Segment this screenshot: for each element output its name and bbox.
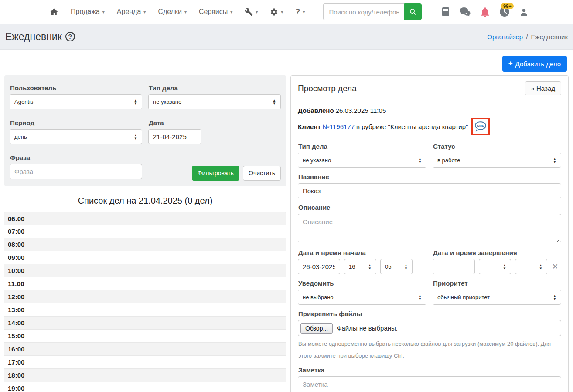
chevron-down-icon: ▾ <box>303 10 305 14</box>
attach-files-label: Прикрепить файлы <box>298 310 561 317</box>
note-textarea[interactable] <box>298 376 561 392</box>
help-icon[interactable]: ? <box>65 32 75 41</box>
history-icon[interactable]: 99+ <box>499 7 510 17</box>
time-row[interactable]: 19:00 <box>4 382 286 392</box>
user-select[interactable]: Agentis ▲▼ <box>10 94 142 109</box>
end-hour-select[interactable]: ▲▼ <box>479 259 511 274</box>
chevron-down-icon: ▾ <box>230 10 232 14</box>
notification-badge: 99+ <box>501 3 514 9</box>
page-header: Ежедневник ? Органайзер / Ежедневник <box>0 24 573 49</box>
search-input[interactable] <box>323 3 404 20</box>
journal-icon[interactable] <box>442 7 450 17</box>
start-minute-select[interactable]: 05 ▲▼ <box>380 259 413 274</box>
end-datetime-label: Дата и время завершения <box>433 249 561 256</box>
name-label: Название <box>298 173 561 181</box>
notify-label: Уведомить <box>298 280 426 287</box>
end-minute-select[interactable]: ▲▼ <box>515 259 547 274</box>
browse-button[interactable]: Обзор... <box>300 323 333 334</box>
period-label: Период <box>10 119 142 126</box>
filter-button[interactable]: Фильтровать <box>192 166 239 181</box>
start-hour-select[interactable]: 16 ▲▼ <box>344 259 376 274</box>
menu-sdelki[interactable]: Сделки ▾ <box>153 4 192 19</box>
menu-label: Сервисы <box>199 8 228 16</box>
chat-icon[interactable] <box>459 7 471 17</box>
files-help-text: Вы можете одновременно выбрать несколько… <box>298 338 561 362</box>
notify-select[interactable]: не выбрано ▲▼ <box>298 290 426 305</box>
period-select[interactable]: день ▲▼ <box>10 129 142 144</box>
time-row[interactable]: 16:00 <box>4 343 286 356</box>
phrase-input[interactable] <box>10 164 142 179</box>
time-row[interactable]: 07:00 <box>4 225 286 238</box>
time-row[interactable]: 11:00 <box>4 277 286 290</box>
svg-text:SMS: SMS <box>478 124 484 127</box>
time-row[interactable]: 18:00 <box>4 369 286 382</box>
task-type-value: не указано <box>303 157 331 164</box>
breadcrumb-current: Ежедневник <box>531 33 568 41</box>
home-icon[interactable] <box>44 4 64 20</box>
add-task-button[interactable]: + Добавить дело <box>502 56 567 72</box>
settings-menu[interactable]: ▾ <box>265 4 288 20</box>
user-select-value: Agentis <box>14 99 33 105</box>
end-date-input[interactable] <box>433 259 475 274</box>
global-search <box>323 3 422 20</box>
bell-icon[interactable] <box>481 7 490 17</box>
menu-arenda[interactable]: Аренда ▾ <box>112 4 151 19</box>
chevron-down-icon: ▾ <box>281 10 283 14</box>
filter-panel: Пользователь Agentis ▲▼ Тип дела не указ… <box>4 75 286 186</box>
tools-menu[interactable]: ▾ <box>239 4 263 20</box>
client-line: Клиент №1196177 в рубрике "Клиенты аренд… <box>298 118 561 135</box>
chevron-down-icon: ▾ <box>256 10 258 14</box>
time-list: 06:0007:0008:0009:0010:0011:0012:0013:00… <box>4 212 286 392</box>
menu-servisy[interactable]: Сервисы ▾ <box>194 4 238 19</box>
breadcrumb-link-organizer[interactable]: Органайзер <box>487 33 523 41</box>
help-menu[interactable]: ? ▾ <box>290 4 310 20</box>
file-input[interactable]: Обзор... Файлы не выбраны. <box>298 320 561 336</box>
time-row[interactable]: 08:00 <box>4 238 286 251</box>
back-button[interactable]: « Назад <box>525 81 562 95</box>
task-type-select[interactable]: не указано ▲▼ <box>298 153 426 168</box>
note-label: Заметка <box>298 366 561 374</box>
task-view-title: Просмотр дела <box>298 84 357 93</box>
description-textarea[interactable] <box>298 214 561 242</box>
sms-icon[interactable]: SMS <box>474 121 487 133</box>
time-row[interactable]: 06:00 <box>4 212 286 225</box>
gear-icon <box>270 8 278 16</box>
time-row[interactable]: 15:00 <box>4 330 286 343</box>
date-filter-input[interactable] <box>148 129 201 144</box>
priority-select[interactable]: обычный приоритет ▲▼ <box>433 290 561 305</box>
time-row[interactable]: 12:00 <box>4 290 286 303</box>
chevron-down-icon: ▾ <box>143 10 146 14</box>
name-input[interactable] <box>298 183 561 198</box>
task-type-label: Тип дела <box>298 143 426 150</box>
type-filter-select[interactable]: не указано ▲▼ <box>148 94 281 109</box>
menu-prodazha[interactable]: Продажа ▾ <box>65 4 110 19</box>
clear-end-datetime-icon[interactable]: ✕ <box>551 262 559 271</box>
type-filter-label: Тип дела <box>149 84 281 92</box>
question-icon: ? <box>295 7 300 17</box>
user-icon[interactable] <box>519 7 529 17</box>
client-link[interactable]: №1196177 <box>323 123 355 130</box>
menu-label: Сделки <box>158 8 182 16</box>
file-status-text: Файлы не выбраны. <box>337 324 398 332</box>
top-navbar: Продажа ▾ Аренда ▾ Сделки ▾ Сервисы ▾ ▾ … <box>0 0 573 24</box>
time-row[interactable]: 10:00 <box>4 264 286 277</box>
notify-value: не выбрано <box>303 294 334 300</box>
search-icon <box>409 8 417 16</box>
time-row[interactable]: 13:00 <box>4 303 286 317</box>
time-row[interactable]: 09:00 <box>4 251 286 264</box>
select-arrows-icon: ▲▼ <box>503 264 506 270</box>
clear-button[interactable]: Очистить <box>243 166 281 181</box>
select-arrows-icon: ▲▼ <box>368 264 372 270</box>
select-arrows-icon: ▲▼ <box>553 157 556 164</box>
status-select[interactable]: в работе ▲▼ <box>433 153 561 168</box>
start-date-input[interactable] <box>298 259 340 274</box>
time-row[interactable]: 14:00 <box>4 317 286 330</box>
time-row[interactable]: 17:00 <box>4 356 286 369</box>
search-button[interactable] <box>404 3 422 20</box>
menu-label: Аренда <box>117 8 141 16</box>
client-rubric-text: в рубрике "Клиенты аренда квартир" <box>356 123 468 130</box>
status-value: в работе <box>437 157 460 164</box>
breadcrumb-separator: / <box>526 33 528 41</box>
main-card: + Добавить дело Пользователь Agentis ▲▼ … <box>0 49 573 392</box>
select-arrows-icon: ▲▼ <box>404 264 408 270</box>
